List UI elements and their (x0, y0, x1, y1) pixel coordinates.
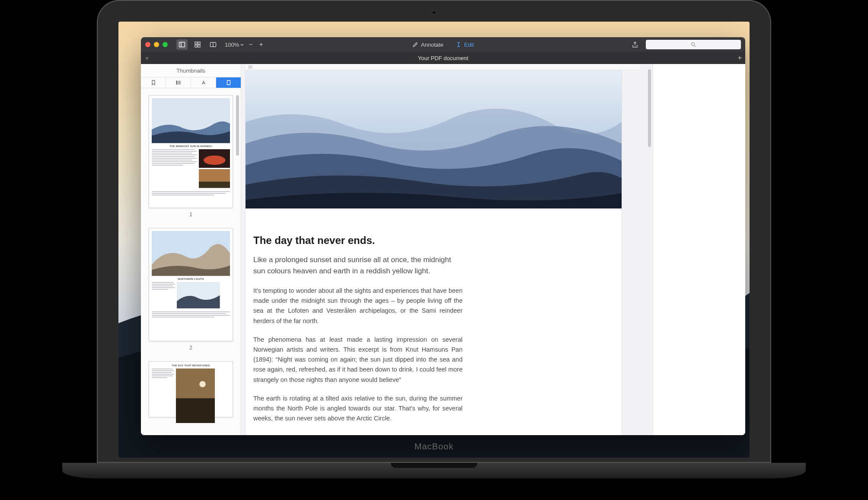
edit-mode-button[interactable]: Edit (456, 42, 474, 48)
zoom-controls: 100% − + (225, 41, 265, 48)
toolbar-right (629, 39, 741, 50)
svg-point-11 (176, 81, 177, 82)
laptop-display: 100% − + Annotate Edit (118, 22, 750, 458)
share-icon (632, 41, 638, 48)
document-paragraph: The earth is rotating at a tilted axis r… (253, 394, 463, 424)
svg-rect-26 (176, 398, 215, 423)
svg-rect-17 (227, 80, 230, 85)
view-grid-button[interactable] (192, 39, 203, 50)
thumbnail-page-1[interactable]: THE MIDNIGHT SUN IN NORWAY (149, 95, 233, 208)
sidebar-header: Thumbnails (141, 64, 241, 77)
svg-rect-6 (198, 45, 200, 47)
annotate-label: Annotate (421, 42, 444, 48)
chevron-down-icon (240, 42, 244, 47)
svg-point-15 (176, 83, 177, 84)
laptop-frame: 100% − + Annotate Edit (62, 0, 806, 478)
bookmark-icon (150, 80, 156, 86)
laptop-screen: 100% − + Annotate Edit (97, 0, 771, 463)
page-view-scrollbar[interactable] (648, 69, 651, 147)
share-button[interactable] (629, 39, 641, 50)
tab-close-button[interactable]: × (141, 55, 153, 61)
hero-image (246, 70, 622, 208)
zoom-level-dropdown[interactable]: 100% (225, 42, 244, 48)
text-icon (201, 80, 207, 86)
svg-rect-5 (195, 45, 197, 47)
svg-point-9 (692, 43, 695, 46)
fullscreen-button[interactable] (163, 42, 168, 47)
tab-add-button[interactable]: + (738, 54, 742, 62)
zoom-in-button[interactable]: + (257, 41, 265, 48)
svg-point-20 (203, 155, 225, 165)
camera-dot (432, 10, 436, 15)
svg-rect-3 (195, 42, 197, 44)
ruler (246, 64, 640, 70)
window-controls (145, 42, 168, 47)
view-sidebar-button[interactable] (176, 39, 188, 50)
document-lede: Like a prolonged sunset and sunrise all … (253, 254, 463, 276)
document-paragraph: The phenomena has at least made a lastin… (253, 335, 463, 385)
search-icon (691, 42, 696, 47)
annotate-mode-button[interactable]: Annotate (412, 42, 444, 48)
page-content: The day that never ends. Like a prolonge… (246, 208, 470, 435)
sidebar-tab-outline[interactable] (166, 77, 191, 88)
thumbnail-title: THE DAY THAT NEVER ENDS (152, 364, 230, 367)
sidebar-scrollbar[interactable] (236, 95, 239, 156)
document-paragraph: It's tempting to wonder about all the si… (253, 286, 463, 326)
page-view[interactable]: The day that never ends. Like a prolonge… (241, 64, 653, 435)
toolbar: 100% − + Annotate Edit (141, 37, 745, 52)
zoom-level-label: 100% (225, 42, 239, 48)
minimize-button[interactable] (154, 42, 159, 47)
text-cursor-icon (456, 42, 462, 48)
thumbnail-list[interactable]: THE MIDNIGHT SUN IN NORWAY (141, 88, 241, 435)
sidebar-tab-thumbnails[interactable] (216, 77, 241, 88)
tab-bar: × Your PDF document + (141, 52, 745, 64)
view-split-button[interactable] (207, 39, 219, 50)
edit-label: Edit (464, 42, 474, 48)
laptop-base (62, 463, 806, 478)
tab-title[interactable]: Your PDF document (418, 55, 469, 61)
list-icon (176, 80, 182, 86)
toolbar-center: Annotate Edit (412, 42, 474, 48)
pencil-icon (412, 42, 418, 48)
page-number: 1 (149, 212, 233, 218)
close-button[interactable] (145, 42, 150, 47)
thumbnail-hero-image (152, 98, 230, 143)
thumbnail-page-2[interactable]: NORTHERN LIGHTS (149, 228, 233, 341)
svg-line-10 (694, 45, 696, 47)
search-input[interactable] (646, 40, 741, 49)
svg-rect-1 (179, 42, 185, 47)
svg-rect-22 (199, 182, 230, 188)
sidebar-tab-annotations[interactable] (191, 77, 216, 88)
document-heading: The day that never ends. (253, 234, 463, 247)
thumbnail-hero-image (152, 231, 230, 276)
svg-point-27 (199, 381, 205, 387)
right-panel (653, 64, 745, 435)
zoom-out-button[interactable]: − (247, 41, 255, 48)
sidebar: Thumbnails (141, 64, 241, 435)
sidebar-tab-bookmark[interactable] (141, 77, 166, 88)
svg-rect-4 (198, 42, 200, 44)
document-page: The day that never ends. Like a prolonge… (246, 70, 622, 435)
thumbnail-title: THE MIDNIGHT SUN IN NORWAY (152, 145, 230, 147)
app-body: Thumbnails (141, 64, 745, 435)
device-brand-text: MacBook (415, 442, 453, 452)
page-icon (226, 80, 232, 86)
thumbnail-title: NORTHERN LIGHTS (152, 278, 230, 280)
svg-point-13 (176, 82, 177, 83)
thumbnail-page-3[interactable]: THE DAY THAT NEVER ENDS (149, 361, 233, 417)
page-number: 2 (149, 345, 233, 351)
sidebar-tabs (141, 77, 241, 88)
app-window: 100% − + Annotate Edit (141, 37, 745, 435)
